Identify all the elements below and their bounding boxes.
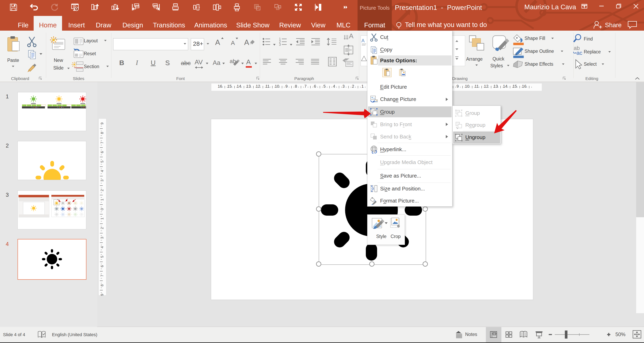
svg-text:Style: Style (376, 234, 386, 239)
svg-text:A: A (349, 32, 354, 40)
svg-text:ac: ac (576, 50, 582, 56)
svg-text:Crop: Crop (390, 234, 401, 239)
svg-text:A: A (362, 38, 364, 43)
